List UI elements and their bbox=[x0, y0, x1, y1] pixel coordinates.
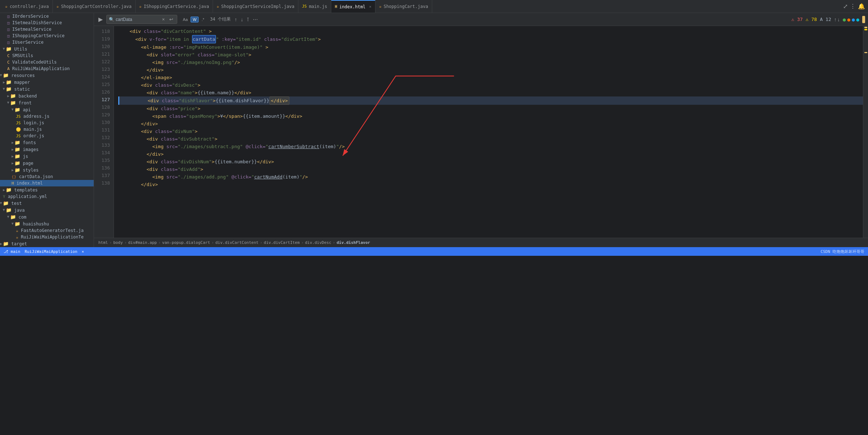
sidebar-item-templates[interactable]: ▶ 📁 templates bbox=[0, 186, 94, 193]
line-num: 120 bbox=[94, 43, 110, 50]
sidebar-item-FastAutoGeneratorTest[interactable]: ☕ FastAutoGeneratorTest.ja bbox=[0, 227, 94, 234]
tab-controller[interactable]: ☕ controller.java bbox=[1, 0, 53, 13]
bell-button[interactable]: 🔔 bbox=[858, 3, 865, 10]
sidebar-item-styles[interactable]: ▶ 📁 styles bbox=[0, 167, 94, 173]
folder-icon: 📁 bbox=[14, 107, 20, 112]
code-content[interactable]: <div class= "divCartContent" > <div v-fo… bbox=[114, 26, 863, 238]
search-clear-button[interactable]: × bbox=[161, 16, 166, 23]
sidebar-item-ValidateCodeUtils[interactable]: C ValidateCodeUtils bbox=[0, 59, 94, 65]
sidebar-item-front[interactable]: ▶ 📁 front bbox=[0, 99, 94, 106]
bottom-close[interactable]: × bbox=[82, 249, 84, 254]
breadcrumb-item[interactable]: div.dishFlavor bbox=[337, 240, 370, 245]
interface-icon: ◫ bbox=[7, 21, 10, 25]
sidebar-item-label: Utils bbox=[14, 47, 27, 52]
expand-button[interactable]: ⤢ bbox=[843, 3, 848, 10]
sidebar-item-Utils[interactable]: ▶ 📁 Utils bbox=[0, 46, 94, 52]
sidebar-item-fonts[interactable]: ▶ 📁 fonts bbox=[0, 139, 94, 146]
editor-next-button[interactable]: ↓ bbox=[837, 17, 840, 22]
arrow-icon: ▶ bbox=[7, 216, 10, 218]
sidebar-item-label: order.js bbox=[23, 133, 44, 138]
sidebar-item-RuiJiWaiMaiApplicationTe[interactable]: ☕ RuiJiWaiMaiApplicationTe bbox=[0, 234, 94, 240]
breadcrumb-item[interactable]: body bbox=[113, 240, 123, 245]
sidebar-item-label: fonts bbox=[23, 140, 36, 145]
sidebar-item-huaishushu[interactable]: ▶ 📁 huaishushu bbox=[0, 220, 94, 227]
scroll-marker bbox=[862, 16, 865, 23]
sidebar-item-backend[interactable]: ▶ 📁 backend bbox=[0, 92, 94, 99]
search-icon: 🔍 bbox=[109, 17, 114, 22]
tab-main-js[interactable]: JS main.js bbox=[298, 0, 331, 13]
search-nav-prev-button[interactable]: ↩ bbox=[168, 16, 175, 23]
tab-index-html[interactable]: H index.html × bbox=[331, 0, 376, 13]
project-name[interactable]: RuiJiWaiMaiApplication bbox=[25, 249, 77, 254]
tab-label: ShoppingCartController.java bbox=[61, 4, 132, 9]
regex-button[interactable]: .* bbox=[199, 17, 206, 22]
case-sensitive-button[interactable]: Aa bbox=[181, 17, 190, 22]
breadcrumb-item[interactable]: html bbox=[98, 240, 108, 245]
tab-shopping-cart-controller[interactable]: ☕ ShoppingCartController.java bbox=[53, 0, 136, 13]
sidebar-item-mapper[interactable]: ▶ 📁 mapper bbox=[0, 79, 94, 86]
editor-prev-button[interactable]: ↑ bbox=[834, 17, 837, 22]
sidebar-item-address-js[interactable]: JS address.js bbox=[0, 113, 94, 120]
sidebar-item-label: static bbox=[14, 87, 30, 92]
sidebar-item-java[interactable]: ▶ 📁 java bbox=[0, 207, 94, 214]
csdn-label: CSDN 吃饱饱坏坏环哥哥 bbox=[821, 249, 864, 254]
sidebar-item-IOrdersService[interactable]: ◫ IOrdersService bbox=[0, 13, 94, 20]
sidebar-item-target[interactable]: ▶ 📁 target bbox=[0, 240, 94, 247]
sidebar: ◫ IOrdersService ◫ ISetmealDishService ◫… bbox=[0, 13, 94, 247]
sidebar-item-label: application.yml bbox=[8, 194, 47, 199]
tab-shopping-cart-service-impl[interactable]: ☕ ShoppingCartServiceImpl.java bbox=[213, 0, 298, 13]
sidebar-item-login-js[interactable]: JS login.js bbox=[0, 120, 94, 126]
sidebar-item-label: backend bbox=[18, 94, 37, 99]
tab-shopping-cart-java[interactable]: ☕ ShoppingCart.java bbox=[375, 0, 432, 13]
arrow-icon: ▶ bbox=[7, 102, 10, 104]
breadcrumb-item[interactable]: div.divCartContent bbox=[215, 240, 258, 245]
more-options-button[interactable]: ⋯ bbox=[251, 16, 259, 23]
sidebar-item-IShoppingCartService[interactable]: ◫ IShoppingCartService bbox=[0, 33, 94, 39]
folder-icon: 📁 bbox=[14, 167, 20, 173]
breadcrumb-item[interactable]: van-popup.dialogCart bbox=[162, 240, 210, 245]
line-numbers: 118 119 120 121 122 123 124 125 126 127 … bbox=[94, 26, 114, 238]
sidebar-item-api[interactable]: ▶ 📁 api bbox=[0, 106, 94, 113]
whole-word-button[interactable]: W bbox=[191, 17, 199, 22]
sidebar-item-IUserService[interactable]: ◫ IUserService bbox=[0, 39, 94, 46]
scroll-marker-current bbox=[864, 52, 867, 53]
line-num: 118 bbox=[94, 27, 110, 35]
sidebar-item-application-yml[interactable]: Y application.yml bbox=[0, 193, 94, 200]
expand-search-button[interactable]: ▶ bbox=[97, 15, 104, 23]
sidebar-item-label: ISetmealDishService bbox=[12, 20, 62, 25]
sidebar-item-ISetmealDishService[interactable]: ◫ ISetmealDishService bbox=[0, 20, 94, 26]
sidebar-item-order-js[interactable]: JS order.js bbox=[0, 133, 94, 139]
app-root: ☕ controller.java ☕ ShoppingCartControll… bbox=[0, 0, 868, 256]
sidebar-item-js[interactable]: ▶ 📁 js bbox=[0, 153, 94, 160]
sidebar-item-images[interactable]: ▶ 📁 images bbox=[0, 146, 94, 153]
sidebar-item-RuiJiWaiMaiApplication[interactable]: A RuiJiWaiMaiApplication bbox=[0, 65, 94, 72]
sidebar-item-com[interactable]: ▶ 📁 com bbox=[0, 214, 94, 220]
code-line-136: <div class= "divAdd" > bbox=[118, 165, 863, 173]
search-input[interactable] bbox=[116, 17, 159, 22]
js-icon: 🟡 bbox=[16, 127, 21, 132]
breadcrumb-item[interactable]: div.divCartItem bbox=[264, 240, 299, 245]
sidebar-item-label: main.js bbox=[24, 127, 42, 132]
git-branch: ⎇ main bbox=[4, 249, 20, 254]
sidebar-item-label: huaishushu bbox=[23, 221, 49, 227]
breadcrumb-item[interactable]: div.divDesc bbox=[305, 240, 331, 245]
sidebar-item-index-html[interactable]: H index.html bbox=[0, 180, 94, 186]
sidebar-item-cartData-json[interactable]: {} cartData.json bbox=[0, 173, 94, 180]
sidebar-item-page[interactable]: ▶ 📁 page bbox=[0, 160, 94, 167]
sidebar-item-ISetmealService[interactable]: ◫ ISetmealService bbox=[0, 26, 94, 33]
filter-button[interactable]: ⊺ bbox=[245, 16, 251, 23]
more-button[interactable]: ⋮ bbox=[850, 3, 856, 10]
search-next-button[interactable]: ↓ bbox=[239, 16, 244, 23]
breadcrumb-item[interactable]: div#main.app bbox=[128, 240, 157, 245]
info-badge: A 12 bbox=[820, 17, 831, 22]
sidebar-item-resources[interactable]: ▶ 📁 resources bbox=[0, 72, 94, 79]
sidebar-item-static[interactable]: ▶ 📁 static bbox=[0, 86, 94, 92]
tab-close-button[interactable]: × bbox=[369, 4, 372, 9]
sidebar-item-main-js[interactable]: 🟡 main.js bbox=[0, 126, 94, 133]
tab-ishoppingcart-service[interactable]: ☕ IShoppingCartService.java bbox=[136, 0, 213, 13]
sidebar-item-test[interactable]: ▶ 📁 test bbox=[0, 200, 94, 207]
search-prev-button[interactable]: ↑ bbox=[233, 16, 238, 23]
sidebar-item-label: styles bbox=[23, 168, 38, 173]
folder-icon: 📁 bbox=[10, 93, 16, 99]
sidebar-item-SMSUtils[interactable]: C SMSUtils bbox=[0, 52, 94, 59]
